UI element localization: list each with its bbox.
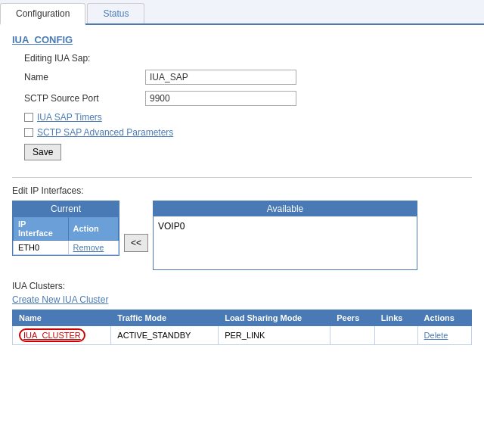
col-load-sharing: Load Sharing Mode [219,310,330,326]
iua-timers-toggle[interactable]: IUA SAP Timers [24,112,472,123]
clusters-header-row: Name Traffic Mode Load Sharing Mode Peer… [13,310,472,326]
name-input[interactable] [145,70,296,85]
current-table-wrapper: Current IPInterface Action ETH0 Remove [12,201,119,256]
ip-interfaces-title: Edit IP Interfaces: [12,185,472,196]
name-label: Name [24,72,145,82]
available-content: VOIP0 [154,216,417,269]
table-row: ETH0 Remove [14,241,119,255]
delete-link[interactable]: Delete [424,331,448,340]
traffic-mode-cell: ACTIVE_STANDBY [111,326,219,345]
remove-link[interactable]: Remove [68,241,119,255]
interface-cell: ETH0 [14,241,69,255]
divider-1 [12,177,472,178]
clusters-section: IUA Clusters: Create New IUA Cluster Nam… [12,281,472,345]
links-cell [374,326,417,345]
editing-section: Editing IUA Sap: Name SCTP Source Port I… [24,53,472,170]
iua-config-link[interactable]: IUA_CONFIG [12,34,73,45]
sctp-label: SCTP Source Port [24,93,145,104]
cluster-name-link[interactable]: IUA_CLUSTER [19,328,85,342]
peers-cell [330,326,374,345]
sctp-input[interactable] [145,91,296,106]
clusters-title: IUA Clusters: [12,281,472,291]
current-header: Current [13,201,119,216]
col-action: Action [68,217,119,241]
col-peers: Peers [330,310,374,326]
tab-status[interactable]: Status [87,3,144,23]
create-cluster-link[interactable]: Create New IUA Cluster [12,294,108,305]
move-left-button[interactable]: << [124,234,148,252]
sctp-advanced-toggle[interactable]: SCTP SAP Advanced Parameters [24,127,472,138]
current-table: IPInterface Action ETH0 Remove [13,216,119,255]
col-links: Links [374,310,417,326]
timers-label: IUA SAP Timers [37,112,102,123]
advanced-label: SCTP SAP Advanced Parameters [37,127,173,138]
col-traffic-mode: Traffic Mode [111,310,219,326]
cluster-row: IUA_CLUSTER ACTIVE_STANDBY PER_LINK Dele… [13,326,472,345]
name-row: Name [24,70,472,85]
sctp-row: SCTP Source Port [24,91,472,106]
col-ip-interface: IPInterface [14,217,69,241]
available-wrapper: Available VOIP0 [153,201,417,270]
col-actions: Actions [417,310,471,326]
clusters-table: Name Traffic Mode Load Sharing Mode Peer… [12,310,472,345]
available-item[interactable]: VOIP0 [158,219,412,233]
cluster-name-cell[interactable]: IUA_CLUSTER [13,326,111,345]
editing-label: Editing IUA Sap: [24,53,90,64]
save-button[interactable]: Save [24,144,61,160]
tab-configuration[interactable]: Configuration [0,3,85,25]
main-content: IUA_CONFIG Editing IUA Sap: Name SCTP So… [0,25,484,354]
available-header: Available [154,201,417,216]
col-name: Name [13,310,111,326]
ip-interfaces-layout: Current IPInterface Action ETH0 Remove <… [12,201,472,270]
tab-bar: Configuration Status [0,0,484,25]
delete-cell[interactable]: Delete [417,326,471,345]
load-sharing-cell: PER_LINK [219,326,330,345]
